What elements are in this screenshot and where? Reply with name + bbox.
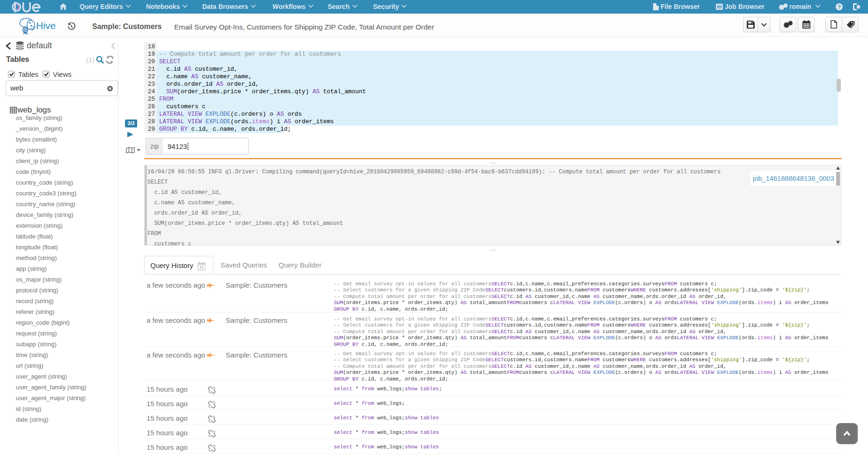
svg-text:?: ? [838,4,841,10]
